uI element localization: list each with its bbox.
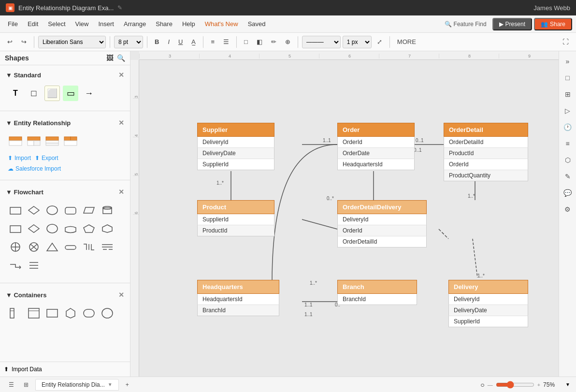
- text-align-button[interactable]: ☰: [220, 36, 232, 47]
- settings-button[interactable]: ⚙: [562, 203, 574, 216]
- collapse-right-button[interactable]: »: [562, 55, 574, 68]
- containers-close[interactable]: ✕: [118, 291, 124, 299]
- standard-close[interactable]: ✕: [118, 71, 124, 79]
- entity-headquarters[interactable]: Headquarters HeadquartersId BranchId: [197, 280, 279, 316]
- cont-3[interactable]: [44, 305, 60, 321]
- import-button[interactable]: ⬆ Import: [8, 155, 31, 161]
- diagram-tab[interactable]: Entity Relationship Dia... ▼: [35, 379, 119, 391]
- present-panel-button[interactable]: ▷: [562, 104, 574, 117]
- er-shape-1[interactable]: [8, 133, 23, 149]
- stroke-style-select[interactable]: ——— - - -: [302, 36, 341, 48]
- salesforce-import-button[interactable]: ☁ Salesforce Import: [4, 163, 126, 174]
- line-color-button[interactable]: ✏: [268, 36, 280, 47]
- history-button[interactable]: 🕐: [562, 121, 574, 133]
- canvas-area[interactable]: 3 4 5 6 7 8 9 3 4 5 6: [130, 51, 559, 377]
- waypoint-button[interactable]: ⤢: [374, 36, 386, 47]
- fc-circle2[interactable]: [44, 221, 60, 236]
- undo-button[interactable]: ↩: [4, 36, 16, 47]
- entity-supplier[interactable]: Supplier DeliveryId DeliveryDate Supplie…: [197, 123, 274, 170]
- cont-6[interactable]: [100, 305, 115, 321]
- fc-x-circle[interactable]: [26, 239, 42, 255]
- text-shape[interactable]: T: [8, 86, 23, 101]
- fc-pentagon[interactable]: [81, 221, 97, 236]
- entity-branch[interactable]: Branch BranchId: [337, 280, 417, 305]
- zoom-out-icon[interactable]: ○: [480, 381, 484, 389]
- cont-2[interactable]: [26, 305, 42, 321]
- format-button[interactable]: □: [562, 72, 574, 84]
- grid-view-button[interactable]: ⊞: [21, 380, 31, 389]
- fc-cross[interactable]: [8, 239, 23, 255]
- cont-4[interactable]: [63, 305, 78, 321]
- present-button[interactable]: ▶ Present: [492, 18, 532, 30]
- callout-shape[interactable]: ▭: [63, 86, 78, 101]
- menu-select[interactable]: Select: [44, 18, 69, 29]
- fc-arrow2[interactable]: [63, 239, 78, 255]
- menu-whats-new[interactable]: What's New: [201, 18, 242, 29]
- shape-fill-button[interactable]: □: [241, 36, 251, 47]
- entity-order[interactable]: Order OrderId OrderDate HeadquartersId: [337, 123, 415, 170]
- add-page-button[interactable]: +: [123, 380, 132, 389]
- entity-orderdetail[interactable]: OrderDetail OrderDetailId ProductId Orde…: [444, 123, 528, 181]
- menu-edit[interactable]: Edit: [24, 18, 42, 29]
- fc-diamond[interactable]: [26, 203, 42, 218]
- menu-insert[interactable]: Insert: [94, 18, 118, 29]
- fc-connector[interactable]: [8, 258, 23, 273]
- bold-button[interactable]: B: [151, 36, 162, 47]
- search-icon[interactable]: 🔍: [117, 54, 125, 62]
- menu-arrange[interactable]: Arrange: [120, 18, 150, 29]
- fc-diamond2[interactable]: [26, 221, 42, 236]
- zoom-slider[interactable]: [496, 381, 534, 389]
- edit-icon[interactable]: ✎: [117, 4, 122, 11]
- underline-button[interactable]: U: [175, 36, 186, 47]
- note-shape[interactable]: ⬜: [44, 86, 60, 101]
- import-data-button[interactable]: ⬆ Import Data: [0, 362, 130, 377]
- fc-rect[interactable]: [8, 203, 23, 218]
- tab-dropdown-icon[interactable]: ▼: [108, 382, 113, 387]
- feature-find[interactable]: 🔍 Feature Find: [445, 21, 487, 28]
- menu-view[interactable]: View: [72, 18, 93, 29]
- fc-tape[interactable]: [63, 221, 78, 236]
- fc-circle[interactable]: [44, 203, 60, 218]
- fc-parallelogram[interactable]: [81, 203, 97, 218]
- edit-panel-button[interactable]: ✎: [562, 170, 574, 183]
- er-shape-3[interactable]: [44, 133, 60, 149]
- cont-5[interactable]: [81, 305, 97, 321]
- list-view-button[interactable]: ☰: [6, 380, 17, 389]
- er-close[interactable]: ✕: [118, 119, 124, 127]
- fill-color-button[interactable]: ◧: [253, 36, 266, 47]
- menu-share[interactable]: Share: [152, 18, 176, 29]
- zoom-dropdown-icon[interactable]: ▼: [565, 382, 570, 387]
- entity-product[interactable]: Product SupplierId ProductId: [197, 200, 274, 236]
- entity-delivery[interactable]: Delivery DeliveryId DeliveryDate Supplie…: [448, 280, 528, 327]
- fc-rect2[interactable]: [8, 221, 23, 236]
- fullscreen-button[interactable]: ⛶: [559, 36, 572, 47]
- menu-file[interactable]: File: [4, 18, 22, 29]
- entity-orderdetaildelivery[interactable]: OrderDetailDelivery DeliveryId OrderId O…: [337, 200, 427, 247]
- diagram-canvas[interactable]: 1..1 0..1 0..1 1..* 0..* 0..* 1..* 1..1 …: [139, 60, 559, 377]
- image-icon[interactable]: 🖼: [106, 54, 113, 62]
- share-button[interactable]: 👥 Share: [534, 18, 572, 30]
- align-left-button[interactable]: ≡: [207, 36, 218, 47]
- redo-button[interactable]: ↪: [18, 36, 30, 47]
- menu-help[interactable]: Help: [178, 18, 199, 29]
- flowchart-close[interactable]: ✕: [118, 188, 124, 196]
- italic-button[interactable]: I: [164, 36, 173, 47]
- shapes-panel-button[interactable]: ⬡: [562, 154, 574, 166]
- fc-rounded[interactable]: [63, 203, 78, 218]
- fc-trident[interactable]: [81, 239, 97, 255]
- more-button[interactable]: MORE: [394, 36, 419, 47]
- font-size-select[interactable]: 8 pt 10 pt 12 pt: [114, 36, 143, 48]
- export-button[interactable]: ⬆ Export: [35, 155, 58, 161]
- font-color-button[interactable]: A̲: [188, 36, 199, 47]
- arrow-shape[interactable]: →: [81, 86, 97, 101]
- layers-button[interactable]: ≡: [562, 137, 574, 150]
- er-shape-2[interactable]: [26, 133, 42, 149]
- fc-triangle[interactable]: [44, 239, 60, 255]
- fc-bars[interactable]: [26, 258, 42, 273]
- table-button[interactable]: ⊞: [562, 88, 574, 101]
- connection-style-button[interactable]: ⊕: [282, 36, 294, 47]
- fc-hexagon[interactable]: [100, 221, 115, 236]
- comments-button[interactable]: 💬: [562, 187, 574, 199]
- font-family-select[interactable]: Liberation Sans: [38, 36, 106, 48]
- cont-1[interactable]: [8, 305, 23, 321]
